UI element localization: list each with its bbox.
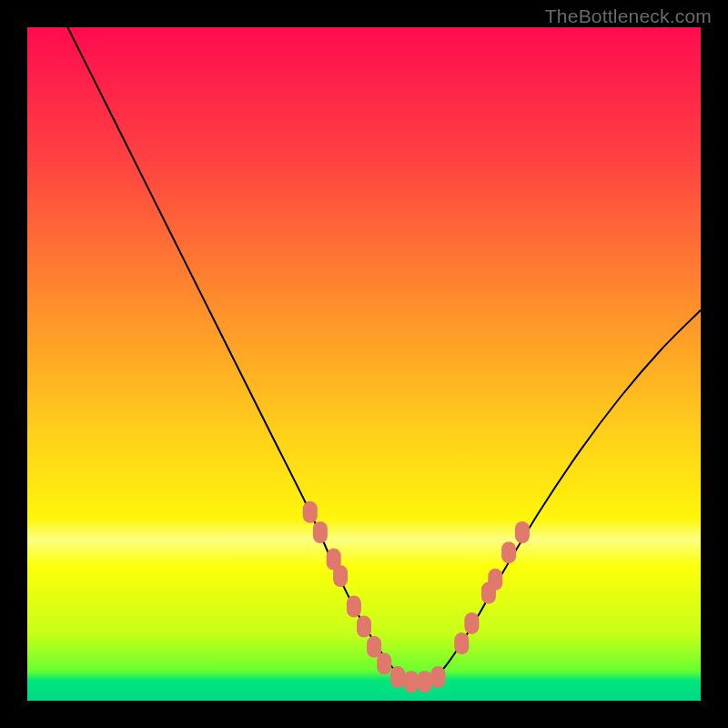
chart-svg [27,27,701,701]
marker-point [404,671,419,693]
marker-point [464,612,479,634]
marker-point [333,565,348,587]
marker-point [501,541,516,563]
chart-background [27,27,701,701]
chart-plot-area [27,27,701,701]
marker-point [347,595,361,617]
marker-point [313,521,328,543]
marker-point [367,636,381,658]
marker-point [454,632,469,654]
marker-point [430,666,445,688]
watermark-text: TheBottleneck.com [545,5,712,27]
marker-point [377,652,391,674]
marker-point [357,616,371,638]
marker-point [515,521,530,543]
marker-point [488,569,502,591]
marker-point [390,666,405,688]
marker-point [303,501,318,523]
marker-point [418,671,432,693]
